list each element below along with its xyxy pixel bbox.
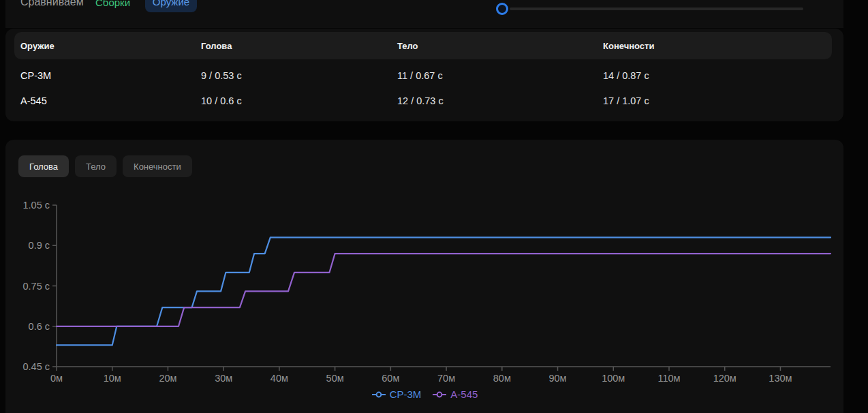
ttk-value-cell: 12 / 0.73 с xyxy=(397,95,603,106)
y-tick-label: 0.9 с xyxy=(29,240,50,251)
weapons-comparison-card: ОружиеГоловаТелоКонечности СР-3М9 / 0.53… xyxy=(5,29,843,121)
x-tick-label: 30м xyxy=(215,373,232,384)
tab-builds[interactable]: Сборки xyxy=(95,0,130,10)
y-tick-label: 1.05 с xyxy=(23,200,50,211)
ttk-chart-card: ГоловаТелоКонечности 0.45 с0.6 с0.75 с0.… xyxy=(5,140,843,413)
x-tick-label: 90м xyxy=(548,373,566,384)
ttk-value-cell: 9 / 0.53 с xyxy=(201,70,397,81)
distance-slider-track[interactable] xyxy=(510,7,803,10)
legend-item-СР-3М[interactable]: СР-3М xyxy=(371,388,422,400)
x-tick-label: 50м xyxy=(326,373,344,384)
y-tick-label: 0.75 с xyxy=(23,281,50,292)
table-header-row: ОружиеГоловаТелоКонечности xyxy=(14,32,832,59)
topbar: Сравниваем Сборки Оружие xyxy=(5,0,843,28)
x-tick-label: 130м xyxy=(769,373,792,384)
legend-marker-icon xyxy=(371,391,386,399)
x-tick-label: 20м xyxy=(159,373,176,384)
column-header-3: Тело xyxy=(397,41,603,51)
tab-weapons-label: Оружие xyxy=(153,0,189,7)
y-tick-label: 0.45 с xyxy=(23,361,50,372)
series-line-А-545 xyxy=(57,254,831,326)
chart-legend: СР-3МА-545 xyxy=(5,388,843,400)
column-header-4: Конечности xyxy=(603,41,832,51)
legend-label: А-545 xyxy=(450,388,478,400)
ttk-chart: 0.45 с0.6 с0.75 с0.9 с1.05 с0м10м20м30м4… xyxy=(5,140,843,413)
weapon-name: А-545 xyxy=(20,95,201,106)
table-row: СР-3М9 / 0.53 с11 / 0.67 с14 / 0.87 с xyxy=(14,63,832,88)
ttk-value-cell: 11 / 0.67 с xyxy=(397,70,603,81)
weapon-name: СР-3М xyxy=(20,70,201,81)
x-tick-label: 80м xyxy=(493,373,511,384)
tab-weapons[interactable]: Оружие xyxy=(145,0,197,12)
x-tick-label: 120м xyxy=(713,373,737,384)
ttk-value-cell: 14 / 0.87 с xyxy=(603,70,832,81)
x-tick-label: 0м xyxy=(50,373,63,384)
compare-label: Сравниваем xyxy=(20,0,84,10)
y-tick-label: 0.6 с xyxy=(29,321,50,332)
legend-label: СР-3М xyxy=(390,388,422,400)
page: { "topbar": { "compare_label": "Сравнива… xyxy=(0,0,868,413)
distance-slider-handle[interactable] xyxy=(496,3,508,15)
table-body: СР-3М9 / 0.53 с11 / 0.67 с14 / 0.87 сА-5… xyxy=(14,63,832,113)
column-header-1: Оружие xyxy=(20,41,201,51)
x-tick-label: 40м xyxy=(270,373,288,384)
legend-marker-icon xyxy=(432,391,447,399)
ttk-value-cell: 17 / 1.07 с xyxy=(603,95,832,106)
table-row: А-54510 / 0.6 с12 / 0.73 с17 / 1.07 с xyxy=(14,88,832,113)
x-tick-label: 110м xyxy=(657,373,680,384)
x-tick-label: 100м xyxy=(602,373,625,384)
ttk-value-cell: 10 / 0.6 с xyxy=(201,95,397,106)
x-tick-label: 70м xyxy=(437,373,455,384)
x-tick-label: 60м xyxy=(382,373,399,384)
column-header-2: Голова xyxy=(201,41,397,51)
legend-item-А-545[interactable]: А-545 xyxy=(432,388,478,400)
x-tick-label: 10м xyxy=(104,373,121,384)
